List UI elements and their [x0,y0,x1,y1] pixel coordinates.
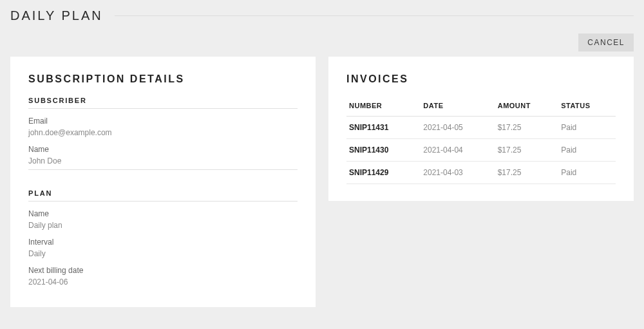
invoices-header-status: STATUS [558,97,616,117]
subscriber-fields: Email john.doe@example.com Name John Doe [28,117,298,170]
invoice-status: Paid [558,162,616,184]
invoice-status: Paid [558,117,616,139]
invoice-number: SNIP11430 [346,139,421,162]
invoice-number: SNIP11431 [346,117,421,139]
subscription-details-title: SUBSCRIPTION DETAILS [28,73,298,85]
invoice-date: 2021-04-05 [421,117,495,139]
table-row[interactable]: SNIP11431 2021-04-05 $17.25 Paid [346,117,616,139]
subscriber-name-value: John Doe [28,156,298,165]
page-header: DAILY PLAN [0,0,644,23]
invoices-table: NUMBER DATE AMOUNT STATUS SNIP11431 2021… [346,97,616,184]
invoice-status: Paid [558,139,616,162]
cancel-button[interactable]: CANCEL [578,33,634,52]
plan-section-label: PLAN [28,189,298,202]
invoices-title: INVOICES [346,73,616,85]
subscription-details-card: SUBSCRIPTION DETAILS SUBSCRIBER Email jo… [10,57,316,307]
plan-fields: Name Daily plan Interval Daily Next bill… [28,209,298,290]
subscriber-email-field: Email john.doe@example.com [28,117,298,137]
invoice-date: 2021-04-04 [421,139,495,162]
invoice-amount: $17.25 [495,139,559,162]
invoice-date: 2021-04-03 [421,162,495,184]
invoice-number: SNIP11429 [346,162,421,184]
plan-interval-label: Interval [28,238,298,247]
header-divider [115,15,634,16]
plan-name-field: Name Daily plan [28,209,298,230]
subscriber-email-label: Email [28,117,298,126]
plan-interval-field: Interval Daily [28,238,298,258]
invoices-header-amount: AMOUNT [495,97,559,117]
invoices-card: INVOICES NUMBER DATE AMOUNT STATUS SNIP1… [328,57,634,201]
plan-next-billing-label: Next billing date [28,266,298,275]
page-title: DAILY PLAN [10,8,103,23]
plan-next-billing-field: Next billing date 2021-04-06 [28,266,298,287]
table-row[interactable]: SNIP11429 2021-04-03 $17.25 Paid [346,162,616,184]
plan-name-label: Name [28,209,298,218]
plan-next-billing-value: 2021-04-06 [28,277,298,287]
action-bar: CANCEL [0,30,644,52]
subscriber-email-value: john.doe@example.com [28,128,298,137]
table-row[interactable]: SNIP11430 2021-04-04 $17.25 Paid [346,139,616,162]
content-area: SUBSCRIPTION DETAILS SUBSCRIBER Email jo… [0,52,644,317]
invoice-amount: $17.25 [495,117,559,139]
plan-interval-value: Daily [28,249,298,258]
subscriber-section-label: SUBSCRIBER [28,97,298,109]
invoices-header-date: DATE [421,97,495,117]
invoices-header-number: NUMBER [346,97,421,117]
subscriber-name-field: Name John Doe [28,145,298,165]
plan-name-value: Daily plan [28,221,298,230]
invoice-amount: $17.25 [495,162,559,184]
subscriber-name-label: Name [28,145,298,154]
